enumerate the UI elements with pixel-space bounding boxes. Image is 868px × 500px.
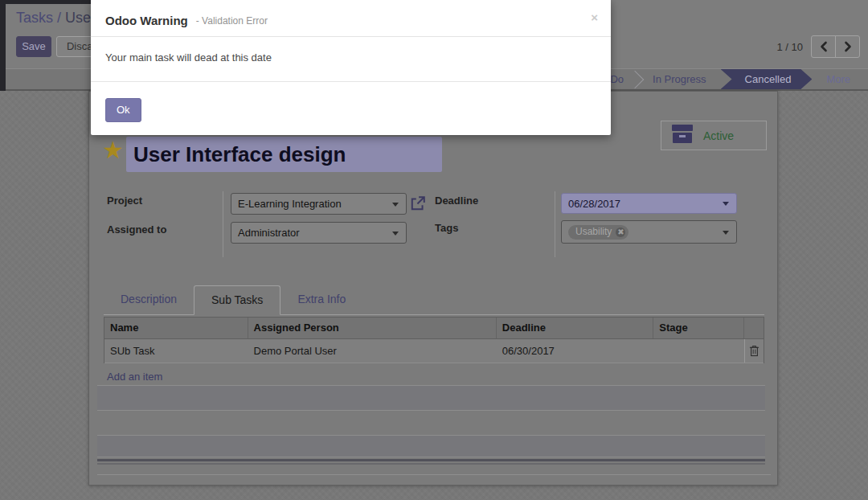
cell-stage [653,339,744,363]
dropdown-caret-icon [723,202,729,206]
project-label: Project [107,195,142,207]
close-icon[interactable]: × [591,11,598,23]
favorite-star-icon[interactable]: ★ [102,137,124,164]
deadline-label: Deadline [435,195,478,207]
delete-row-button[interactable] [744,339,764,363]
breadcrumb-separator: / [53,10,65,26]
tab-extra-info[interactable]: Extra Info [280,285,362,314]
dialog-header: Odoo Warning - Validation Error × [91,0,611,37]
project-value: E-Learning Integration [238,198,342,210]
column-header-actions [744,318,764,338]
tab-sub-tasks[interactable]: Sub Tasks [194,285,280,315]
dropdown-caret-icon [723,231,729,235]
task-form-sheet: Active ★ User Interface design Project A… [88,91,778,486]
screen: Tasks / User Interface design Save Disca… [0,0,868,500]
pager-value: 1 / 10 [776,41,803,53]
stage-cancelled[interactable]: Cancelled [721,69,813,89]
ok-button[interactable]: Ok [105,98,141,122]
subtasks-table: Name Assigned Person Deadline Stage SUb … [104,317,764,363]
stage-in-progress[interactable]: In Progress [638,69,720,89]
active-button-label: Active [703,129,734,142]
add-item-link[interactable]: Add an item [107,371,162,383]
cell-assigned-person: Demo Portal User [248,339,497,363]
window-edge [0,0,6,91]
tags-label: Tags [435,222,458,234]
field-group-separator [223,191,223,257]
assigned-to-field[interactable]: Administrator [231,222,407,244]
column-header-deadline: Deadline [497,318,654,338]
remove-tag-button[interactable]: ✖ [616,227,625,237]
divider-line [97,463,765,465]
empty-field-bar [97,435,765,457]
notebook-tabs: Description Sub Tasks Extra Info [104,285,764,315]
dialog-footer: Ok [91,82,611,122]
statusbar-stages: To Do In Progress Cancelled More [582,69,868,89]
active-toggle-button[interactable]: Active [661,121,767,150]
tag-label: Usability [575,222,612,242]
trash-icon [749,345,760,357]
pager-next-button[interactable] [835,35,860,58]
deadline-value: 06/28/2017 [568,198,620,210]
window-edge [0,0,91,4]
pager-previous-button[interactable] [811,35,836,58]
tags-field[interactable]: Usability ✖ [561,220,737,244]
task-title-input[interactable]: User Interface design [126,137,442,172]
dropdown-caret-icon [392,232,399,236]
field-group-separator [555,191,555,257]
chevron-left-icon [820,41,828,52]
warning-dialog: Odoo Warning - Validation Error × Your m… [91,0,611,135]
project-field[interactable]: E-Learning Integration [231,193,407,215]
subtasks-table-header: Name Assigned Person Deadline Stage [104,318,764,339]
dialog-title: Odoo Warning [105,14,188,27]
horizontal-rule [97,474,771,475]
cell-name: SUb Task [104,339,248,363]
tag-chip: Usability ✖ [568,225,628,240]
empty-field-bar [97,385,765,411]
dialog-subtitle: - Validation Error [196,15,268,27]
column-header-stage: Stage [653,318,744,338]
column-header-name: Name [104,318,248,338]
open-project-button[interactable] [410,195,426,211]
assigned-to-label: Assigned to [107,223,166,236]
external-link-icon [410,195,426,211]
dialog-message: Your main task will dead at this date [91,37,611,82]
chevron-right-icon [844,41,852,52]
breadcrumb-parent[interactable]: Tasks [16,10,53,26]
pager: 1 / 10 [776,35,860,58]
deadline-field[interactable]: 06/28/2017 [561,193,737,214]
column-header-assigned-person: Assigned Person [248,318,497,338]
save-button[interactable]: Save [16,36,51,57]
divider-line [97,459,765,461]
stage-more[interactable]: More [812,69,868,89]
table-row[interactable]: SUb Task Demo Portal User 06/30/2017 [104,339,764,363]
dropdown-caret-icon [392,203,399,207]
archive-box-icon [672,125,693,147]
assigned-to-value: Administrator [238,227,300,239]
cell-deadline: 06/30/2017 [497,339,654,363]
tab-description[interactable]: Description [104,285,194,314]
